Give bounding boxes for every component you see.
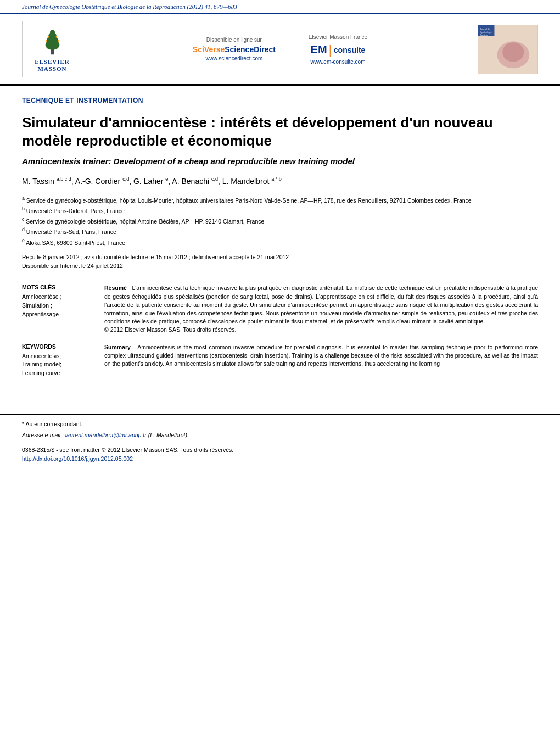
main-content: TECHNIQUE ET INSTRUMENTATION Simulateur … <box>0 86 560 398</box>
footer-note-asterisk: * Auteur correspondant. <box>22 420 538 429</box>
affiliations: a Service de gynécologie-obstétrique, hô… <box>22 195 538 247</box>
svg-point-5 <box>45 40 47 42</box>
sciverse-brand-text: SciVerseScienceDirect <box>193 45 276 54</box>
received-line2: Disponible sur Internet le 24 juillet 20… <box>22 262 538 271</box>
journal-citation-bar: Journal de Gynécologie Obstétrique et Bi… <box>0 0 560 14</box>
footer-doi: http://dx.doi.org/10.1016/j.jgyn.2012.05… <box>22 455 538 464</box>
keyword-apprentissage: Apprentissage <box>22 310 93 319</box>
main-title: Simulateur d'amniocentèse : intérêts et … <box>22 114 538 149</box>
elsevier-text: ELSEVIER MASSON <box>27 58 77 72</box>
french-abstract-label: Résumé <box>104 284 127 291</box>
sciverse-label: Disponible en ligne sur <box>193 37 276 43</box>
french-copyright: © 2012 Elsevier Masson SAS. Tous droits … <box>104 326 236 333</box>
english-keywords-box: KEYWORDS Amniocentesis; Training model; … <box>22 343 93 378</box>
french-abstract-text: Résumé L'amniocentèse est la technique i… <box>104 284 538 334</box>
footer-bottom: 0368-2315/$ - see front matter © 2012 El… <box>22 446 538 464</box>
english-abstract-text: Summary Amniocentesis is the most common… <box>104 343 538 378</box>
elsevier-logo: ELSEVIER MASSON <box>22 21 82 77</box>
journal-citation: Journal de Gynécologie Obstétrique et Bi… <box>22 3 237 10</box>
affiliation-a: a Service de gynécologie-obstétrique, hô… <box>22 195 538 204</box>
affiliation-c: c Service de gynécologie-obstétrique, hô… <box>22 216 538 225</box>
affiliation-e: e Aloka SAS, 69800 Saint-Priest, France <box>22 237 538 247</box>
em-url: www.em-consulte.com <box>309 59 367 65</box>
footer: * Auteur correspondant. Adresse e-mail :… <box>0 414 560 469</box>
footer-email-link[interactable]: laurent.mandelbrot@lmr.aphp.fr <box>65 432 147 438</box>
english-abstract-body: Amniocentesis is the most common invasiv… <box>104 344 538 367</box>
french-keywords-list: Amniocentèse ; Simulation ; Apprentissag… <box>22 293 93 319</box>
svg-point-7 <box>47 36 49 38</box>
svg-point-8 <box>55 36 57 38</box>
received-line1: Reçu le 8 janvier 2012 ; avis du comité … <box>22 253 538 262</box>
keyword-amniocentesis: Amniocentesis; <box>22 352 93 361</box>
keyword-amniocentese: Amniocentèse ; <box>22 293 93 302</box>
sciverse-url: www.sciencedirect.com <box>193 55 276 62</box>
affiliation-d: d Université Paris-Sud, Paris, France <box>22 226 538 236</box>
header-middle: Disponible en ligne sur SciVerseScienceD… <box>93 34 467 65</box>
keyword-training-model: Training model; <box>22 360 93 369</box>
section-tag: TECHNIQUE ET INSTRUMENTATION <box>22 97 538 107</box>
svg-point-15 <box>502 42 524 62</box>
em-brand: EM | consulte <box>309 42 367 58</box>
footer-issn: 0368-2315/$ - see front matter © 2012 El… <box>22 446 538 455</box>
keyword-learning-curve: Learning curve <box>22 369 93 378</box>
english-abstract-label: Summary <box>104 344 131 350</box>
english-keywords-list: Amniocentesis; Training model; Learning … <box>22 352 93 378</box>
svg-point-4 <box>49 30 54 35</box>
svg-point-6 <box>57 40 59 42</box>
authors: M. Tassin a,b,c,d, A.-G. Cordier c,d, G.… <box>22 176 538 187</box>
subtitle: Amniocentesis trainer: Development of a … <box>22 156 538 167</box>
em-label: Elsevier Masson France <box>309 34 367 40</box>
received-dates: Reçu le 8 janvier 2012 ; avis du comité … <box>22 253 538 271</box>
affiliation-b: b Université Paris-Diderot, Paris, Franc… <box>22 205 538 215</box>
svg-text:Journal de: Journal de <box>480 27 490 30</box>
french-abstract-body: L'amniocentèse est la technique invasive… <box>104 284 538 325</box>
keyword-simulation: Simulation ; <box>22 302 93 310</box>
elsevier-tree-icon <box>37 26 68 56</box>
svg-text:Obstétrique: Obstétrique <box>480 34 489 36</box>
journal-cover-image: Journal de Gynécologie Obstétrique <box>478 25 538 74</box>
footer-note-email: Adresse e-mail : laurent.mandelbrot@lmr.… <box>22 431 538 440</box>
english-abstract-container: KEYWORDS Amniocentesis; Training model; … <box>22 343 538 378</box>
footer-doi-link[interactable]: http://dx.doi.org/10.1016/j.jgyn.2012.05… <box>22 455 133 462</box>
sciverse-brand: SciVerseScienceDirect <box>193 45 276 54</box>
french-abstract-container: MOTS CLÉS Amniocentèse ; Simulation ; Ap… <box>22 284 538 334</box>
sciverse-section: Disponible en ligne sur SciVerseScienceD… <box>193 37 276 62</box>
em-section: Elsevier Masson France EM | consulte www… <box>309 34 367 65</box>
separator <box>22 278 538 278</box>
english-keywords-title: KEYWORDS <box>22 343 93 350</box>
french-keywords-title: MOTS CLÉS <box>22 284 93 291</box>
french-keywords-box: MOTS CLÉS Amniocentèse ; Simulation ; Ap… <box>22 284 93 334</box>
cover-image-svg: Journal de Gynécologie Obstétrique <box>478 25 537 74</box>
header: ELSEVIER MASSON Disponible en ligne sur … <box>0 14 560 86</box>
page: Journal de Gynécologie Obstétrique et Bi… <box>0 0 560 742</box>
svg-text:Gynécologie: Gynécologie <box>480 30 492 33</box>
